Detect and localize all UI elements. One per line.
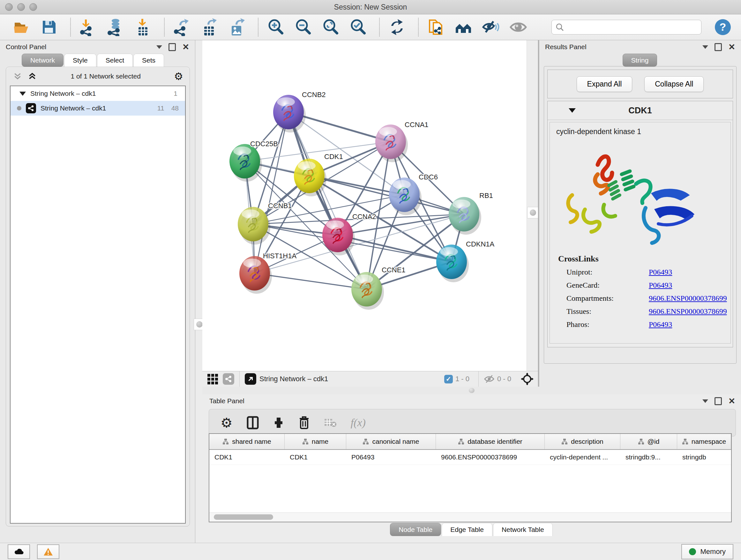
- crosslinks-heading: CrossLinks: [550, 251, 731, 266]
- selected-checkbox-icon[interactable]: ✓: [444, 375, 453, 383]
- network-view-toolbar: String Network – cdk1 ✓ 1 - 0 0 - 0: [202, 371, 538, 387]
- clone-network-icon[interactable]: [427, 18, 445, 36]
- column-header-sharedname[interactable]: shared name: [209, 434, 285, 449]
- import-network-from-database-icon[interactable]: [107, 18, 125, 36]
- export-network-icon[interactable]: [173, 18, 191, 36]
- zoom-in-icon[interactable]: [267, 18, 285, 36]
- results-panel: Results Panel ✕ String Expand All Collap…: [539, 40, 741, 394]
- node-CCNA1[interactable]: [375, 125, 408, 162]
- crosslink-link[interactable]: P06493: [649, 281, 672, 290]
- horizontal-splitter[interactable]: [202, 387, 741, 394]
- panel-menu-icon[interactable]: [156, 45, 162, 49]
- import-network-icon[interactable]: [79, 18, 97, 36]
- node-CDC25B[interactable]: [229, 144, 262, 182]
- tab-node-table[interactable]: Node Table: [390, 523, 441, 536]
- column-header-name[interactable]: name: [285, 434, 346, 449]
- vertical-splitter-left[interactable]: [196, 40, 202, 543]
- node-label-CDKN1A: CDKN1A: [466, 240, 495, 248]
- vertical-splitter-right[interactable]: [527, 40, 538, 394]
- column-header-namespace[interactable]: namespace: [677, 434, 731, 449]
- network-collection-row[interactable]: String Network – cdk1 1: [10, 86, 185, 101]
- close-panel-icon[interactable]: ✕: [728, 43, 735, 51]
- column-header-canonicalname[interactable]: canonical name: [346, 434, 436, 449]
- node-CCNE1[interactable]: [351, 272, 384, 310]
- crosslink-link[interactable]: 9606.ENSP00000378699: [649, 294, 727, 303]
- network-options-gear-icon[interactable]: ⚙: [174, 71, 183, 81]
- collapse-gene-icon[interactable]: [569, 108, 576, 113]
- node-RB1[interactable]: [449, 197, 481, 235]
- scrollbar-thumb[interactable]: [214, 514, 273, 520]
- float-panel-icon[interactable]: [715, 397, 722, 405]
- collection-expand-icon[interactable]: [19, 91, 26, 96]
- refresh-icon[interactable]: [388, 18, 406, 36]
- show-eye-icon[interactable]: [509, 18, 527, 36]
- expand-all-icon[interactable]: [27, 71, 37, 81]
- edge-RB1-HIST1H1A[interactable]: [255, 214, 464, 273]
- node-CCNA2[interactable]: [322, 218, 355, 255]
- close-panel-icon[interactable]: ✕: [182, 43, 189, 51]
- hide-eye-icon[interactable]: [482, 18, 500, 36]
- network-row[interactable]: String Network – cdk1 11 48: [10, 101, 185, 116]
- table-settings-gear-icon[interactable]: ⚙: [220, 415, 232, 431]
- node-CDKN1A[interactable]: [436, 245, 469, 282]
- crosslink-link[interactable]: P06493: [649, 268, 672, 276]
- column-header-description[interactable]: description: [545, 434, 620, 449]
- export-table-icon[interactable]: [200, 18, 218, 36]
- panel-menu-icon[interactable]: [702, 399, 708, 403]
- node-CDC6[interactable]: [389, 178, 421, 215]
- create-column-icon[interactable]: [273, 416, 284, 429]
- node-CDK1[interactable]: [294, 159, 327, 196]
- status-bar: Memory: [0, 543, 741, 560]
- edge-CCNB2-HIST1H1A[interactable]: [255, 112, 288, 273]
- show-columns-icon[interactable]: [247, 416, 259, 429]
- crosslink-link[interactable]: P06493: [649, 320, 672, 329]
- float-panel-icon[interactable]: [715, 43, 722, 51]
- detach-view-icon[interactable]: [245, 373, 256, 385]
- open-session-icon[interactable]: [13, 18, 30, 36]
- tab-network-table[interactable]: Network Table: [493, 523, 553, 536]
- float-panel-icon[interactable]: [169, 43, 176, 51]
- tab-network[interactable]: Network: [22, 54, 64, 67]
- edge-CCNB2-CCNE1[interactable]: [288, 112, 367, 289]
- table-horizontal-scrollbar[interactable]: [209, 512, 731, 522]
- table-header-row: shared namenamecanonical namedatabase id…: [209, 434, 731, 450]
- panel-menu-icon[interactable]: [702, 45, 708, 49]
- column-header-databaseidentifier[interactable]: database identifier: [436, 434, 545, 449]
- table-row[interactable]: CDK1CDK1P064939606.ENSP00000378699cyclin…: [209, 450, 731, 465]
- zoom-selected-icon[interactable]: [349, 18, 367, 36]
- table-cell: P06493: [346, 450, 436, 464]
- toolbar-search: [551, 20, 701, 35]
- gene-section-header[interactable]: CDK1: [548, 101, 733, 120]
- node-HIST1H1A[interactable]: [239, 256, 272, 294]
- tab-style[interactable]: Style: [64, 54, 96, 67]
- home-icon[interactable]: [455, 18, 472, 36]
- node-table: shared namenamecanonical namedatabase id…: [209, 433, 732, 522]
- collapse-all-button[interactable]: Collapse All: [644, 76, 704, 92]
- save-session-icon[interactable]: [40, 18, 58, 36]
- expand-all-button[interactable]: Expand All: [577, 76, 632, 92]
- column-header-id[interactable]: @id: [620, 434, 677, 449]
- network-view-canvas[interactable]: CCNB2CCNA1CDC25BCDK1CDC6RB1CCNB1CCNA2CDK…: [202, 40, 527, 371]
- close-panel-icon[interactable]: ✕: [728, 397, 735, 405]
- memory-button[interactable]: Memory: [681, 544, 733, 559]
- tab-sets[interactable]: Sets: [133, 54, 164, 67]
- cloud-status-button[interactable]: [8, 544, 30, 559]
- node-CCNB2[interactable]: [273, 95, 306, 132]
- network-overview-icon[interactable]: [223, 373, 234, 385]
- search-input[interactable]: [566, 21, 701, 34]
- zoom-out-icon[interactable]: [294, 18, 312, 36]
- delete-column-trash-icon[interactable]: [298, 416, 310, 430]
- svg-text:?: ?: [720, 21, 726, 33]
- export-image-icon[interactable]: [228, 18, 246, 36]
- fit-selected-crosshair-icon[interactable]: [521, 373, 534, 385]
- zoom-fit-icon[interactable]: [322, 18, 340, 36]
- crosslink-link[interactable]: 9606.ENSP00000378699: [649, 307, 727, 316]
- import-table-icon[interactable]: [134, 18, 152, 36]
- collapse-all-icon[interactable]: [12, 71, 23, 81]
- help-icon[interactable]: ?: [714, 18, 731, 36]
- tab-select[interactable]: Select: [97, 54, 133, 67]
- tab-edge-table[interactable]: Edge Table: [442, 523, 492, 536]
- warning-status-button[interactable]: [37, 544, 59, 559]
- tab-string[interactable]: String: [623, 54, 657, 67]
- birds-eye-view-icon[interactable]: [207, 373, 218, 385]
